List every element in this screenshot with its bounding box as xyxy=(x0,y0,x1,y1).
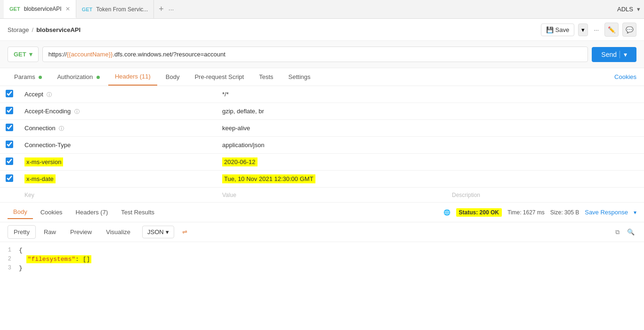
response-time: Time: 1627 ms xyxy=(507,209,545,216)
code-line-3: 3 } xyxy=(0,264,644,273)
header-checkbox-5[interactable] xyxy=(6,174,13,182)
format-right-actions: ⧉ 🔍 xyxy=(613,227,636,238)
header-value-empty[interactable]: Value xyxy=(222,192,236,198)
tab-label: blobserviceAPI xyxy=(24,6,62,12)
resp-tab-cookies[interactable]: Cookies xyxy=(35,206,68,219)
header-key-4: x-ms-version xyxy=(24,157,63,166)
response-size: Size: 305 B xyxy=(550,209,579,216)
send-button[interactable]: Send ▾ xyxy=(592,47,636,62)
format-select-chevron-icon: ▾ xyxy=(166,228,169,236)
comment-button[interactable]: 💬 xyxy=(622,23,636,37)
edit-button[interactable]: ✏️ xyxy=(604,23,619,37)
headers-container: Accept ⓘ */* Accept-Encoding ⓘ gzip, def… xyxy=(0,86,644,203)
method-label: GET xyxy=(14,51,26,58)
resp-tab-headers[interactable]: Headers (7) xyxy=(70,206,114,219)
authorization-dot xyxy=(97,76,100,79)
header-value-5: Tue, 10 Nov 2021 12:30:00 GMT xyxy=(222,174,315,183)
header-key-3: Connection-Type xyxy=(24,141,71,149)
tab-tests[interactable]: Tests xyxy=(252,69,280,85)
table-row: Accept ⓘ */* xyxy=(0,86,644,103)
header-checkbox-0[interactable] xyxy=(6,90,13,97)
save-button[interactable]: 💾 Save xyxy=(541,24,575,36)
breadcrumb: Storage / blobserviceAPI xyxy=(8,26,80,33)
url-text: https://{{accountName}}.dfs.core.windows… xyxy=(48,51,225,58)
resp-tab-test-results[interactable]: Test Results xyxy=(115,206,160,219)
params-dot xyxy=(39,76,42,79)
info-icon-0[interactable]: ⓘ xyxy=(47,92,52,97)
format-bar: Pretty Raw Preview Visualize JSON ▾ ⇌ ⧉ … xyxy=(0,222,644,242)
tab-blobserviceapi[interactable]: GET blobserviceAPI ✕ xyxy=(4,0,76,18)
fmt-tab-visualize[interactable]: Visualize xyxy=(100,225,137,239)
breadcrumb-actions: 💾 Save ▾ ··· ✏️ 💬 xyxy=(541,23,636,37)
info-icon-1[interactable]: ⓘ xyxy=(74,109,80,114)
tab-bar: GET blobserviceAPI ✕ GET Token From Serv… xyxy=(0,0,644,19)
tab-method-get: GET xyxy=(9,6,20,12)
tab-authorization[interactable]: Authorization xyxy=(50,69,106,85)
fmt-tab-pretty[interactable]: Pretty xyxy=(8,225,36,239)
code-content-2: "filesystems": [] xyxy=(19,256,91,263)
line-number-2: 2 xyxy=(0,256,19,262)
fmt-tab-preview[interactable]: Preview xyxy=(64,225,98,239)
breadcrumb-more-button[interactable]: ··· xyxy=(592,24,601,35)
response-meta: 🌐 Status: 200 OK Time: 1627 ms Size: 305… xyxy=(443,208,636,217)
code-content-1: { xyxy=(19,247,23,254)
save-response-button[interactable]: Save Response xyxy=(585,209,628,216)
url-input-display[interactable]: https://{{accountName}}.dfs.core.windows… xyxy=(42,47,588,62)
tab-label-token: Token From Servic... xyxy=(96,6,148,13)
send-label: Send xyxy=(601,51,617,58)
table-row: Accept-Encoding ⓘ gzip, deflate, br xyxy=(0,103,644,120)
status-badge: Status: 200 OK xyxy=(456,208,502,217)
header-desc-empty[interactable]: Description xyxy=(452,192,480,198)
tab-token[interactable]: GET Token From Servic... xyxy=(76,0,154,18)
format-select-dropdown[interactable]: JSON ▾ xyxy=(142,226,174,238)
tab-body[interactable]: Body xyxy=(159,69,186,85)
workspace-name: ADLS xyxy=(617,6,633,13)
request-tabs-nav: Params Authorization Headers (11) Body P… xyxy=(0,68,644,86)
breadcrumb-parent[interactable]: Storage xyxy=(8,26,29,33)
save-response-chevron-icon[interactable]: ▾ xyxy=(634,209,636,216)
header-key-5: x-ms-date xyxy=(24,174,56,183)
header-key-empty[interactable]: Key xyxy=(24,192,34,198)
breadcrumb-current: blobserviceAPI xyxy=(36,26,80,33)
table-row: x-ms-date Tue, 10 Nov 2021 12:30:00 GMT xyxy=(0,171,644,188)
response-bar: Body Cookies Headers (7) Test Results 🌐 … xyxy=(0,203,644,222)
headers-table: Accept ⓘ */* Accept-Encoding ⓘ gzip, def… xyxy=(0,86,644,203)
header-key-0: Accept xyxy=(24,91,43,98)
format-select-label: JSON xyxy=(147,228,164,236)
tab-headers[interactable]: Headers (11) xyxy=(108,68,157,86)
code-area: 1 { 2 "filesystems": [] 3 } xyxy=(0,242,644,276)
wrap-icon[interactable]: ⇌ xyxy=(180,226,190,238)
workspace-area: ADLS ▾ xyxy=(617,6,640,13)
table-row: x-ms-version 2020-06-12 xyxy=(0,154,644,171)
breadcrumb-separator: / xyxy=(32,26,34,33)
tab-settings[interactable]: Settings xyxy=(282,69,317,85)
globe-icon[interactable]: 🌐 xyxy=(443,209,451,216)
tab-pre-request-script[interactable]: Pre-request Script xyxy=(188,69,250,85)
workspace-chevron-icon[interactable]: ▾ xyxy=(637,6,640,13)
method-select[interactable]: GET ▾ xyxy=(8,47,39,62)
tab-params[interactable]: Params xyxy=(8,69,48,85)
save-dropdown-button[interactable]: ▾ xyxy=(578,24,588,36)
header-checkbox-1[interactable] xyxy=(6,107,13,114)
header-checkbox-2[interactable] xyxy=(6,124,13,131)
tab-add-button[interactable]: + xyxy=(154,4,169,14)
url-bar: GET ▾ https://{{accountName}}.dfs.core.w… xyxy=(0,41,644,68)
method-chevron-icon: ▾ xyxy=(29,51,32,58)
tab-close-icon[interactable]: ✕ xyxy=(65,6,70,12)
resp-tab-body[interactable]: Body xyxy=(8,205,33,219)
table-row: Connection-Type application/json xyxy=(0,137,644,154)
fmt-tab-raw[interactable]: Raw xyxy=(38,225,62,239)
cookies-link[interactable]: Cookies xyxy=(614,73,636,80)
line-number-3: 3 xyxy=(0,265,19,271)
search-icon[interactable]: 🔍 xyxy=(625,227,636,238)
header-checkbox-4[interactable] xyxy=(6,157,13,165)
code-content-3: } xyxy=(19,265,23,272)
copy-icon[interactable]: ⧉ xyxy=(613,227,621,238)
tab-more-button[interactable]: ··· xyxy=(169,6,174,13)
header-value-4: 2020-06-12 xyxy=(222,157,258,166)
save-icon: 💾 xyxy=(546,26,554,33)
table-row-empty: Key Value Description xyxy=(0,188,644,203)
info-icon-2[interactable]: ⓘ xyxy=(59,126,64,131)
save-label: Save xyxy=(555,26,570,33)
header-checkbox-3[interactable] xyxy=(6,141,13,148)
